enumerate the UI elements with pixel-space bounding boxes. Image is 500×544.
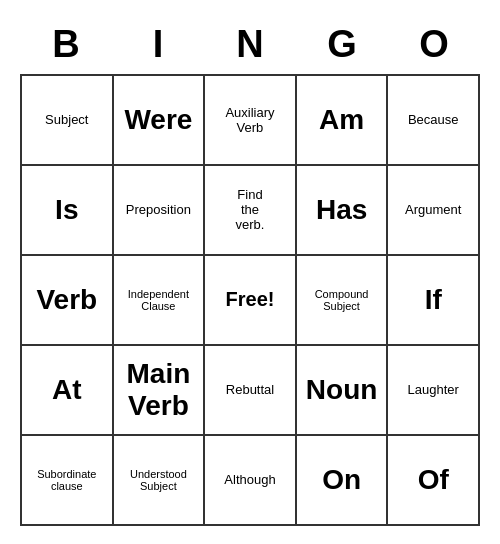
bingo-card: BINGO SubjectWereAuxiliaryVerbAmBecauseI…	[10, 9, 490, 536]
cell-label: Am	[319, 104, 364, 136]
bingo-cell: Of	[388, 436, 480, 526]
cell-label: Laughter	[408, 382, 459, 397]
bingo-cell: Am	[297, 76, 389, 166]
bingo-cell: Argument	[388, 166, 480, 256]
cell-label: MainVerb	[127, 358, 191, 422]
bingo-cell: Free!	[205, 256, 297, 346]
cell-label: If	[425, 284, 442, 316]
cell-label: Has	[316, 194, 367, 226]
cell-label: IndependentClause	[128, 288, 189, 312]
header-letter: B	[20, 19, 112, 70]
cell-label: On	[322, 464, 361, 496]
bingo-cell: UnderstoodSubject	[114, 436, 206, 526]
bingo-cell: Findtheverb.	[205, 166, 297, 256]
cell-label: Preposition	[126, 202, 191, 217]
bingo-cell: Subject	[22, 76, 114, 166]
bingo-cell: Noun	[297, 346, 389, 436]
bingo-cell: Rebuttal	[205, 346, 297, 436]
cell-label: Argument	[405, 202, 461, 217]
bingo-grid: SubjectWereAuxiliaryVerbAmBecauseIsPrepo…	[20, 74, 480, 526]
cell-label: Although	[224, 472, 275, 487]
cell-label: Subject	[45, 112, 88, 127]
cell-label: At	[52, 374, 82, 406]
bingo-cell: Verb	[22, 256, 114, 346]
cell-label: Subordinateclause	[37, 468, 96, 492]
header-letter: I	[112, 19, 204, 70]
cell-label: CompoundSubject	[315, 288, 369, 312]
bingo-cell: Were	[114, 76, 206, 166]
cell-label: Free!	[226, 288, 275, 311]
cell-label: Because	[408, 112, 459, 127]
bingo-cell: IndependentClause	[114, 256, 206, 346]
bingo-cell: MainVerb	[114, 346, 206, 436]
cell-label: Rebuttal	[226, 382, 274, 397]
bingo-cell: Because	[388, 76, 480, 166]
header-letter: O	[388, 19, 480, 70]
header-letter: G	[296, 19, 388, 70]
cell-label: Were	[124, 104, 192, 136]
cell-label: Noun	[306, 374, 378, 406]
bingo-cell: On	[297, 436, 389, 526]
header-letter: N	[204, 19, 296, 70]
cell-label: AuxiliaryVerb	[225, 105, 274, 135]
bingo-header: BINGO	[20, 19, 480, 70]
bingo-cell: Preposition	[114, 166, 206, 256]
cell-label: Of	[418, 464, 449, 496]
bingo-cell: Has	[297, 166, 389, 256]
bingo-cell: Laughter	[388, 346, 480, 436]
bingo-cell: Is	[22, 166, 114, 256]
bingo-cell: If	[388, 256, 480, 346]
cell-label: Findtheverb.	[236, 187, 265, 232]
bingo-cell: At	[22, 346, 114, 436]
cell-label: Is	[55, 194, 78, 226]
bingo-cell: Although	[205, 436, 297, 526]
cell-label: Verb	[36, 284, 97, 316]
bingo-cell: AuxiliaryVerb	[205, 76, 297, 166]
cell-label: UnderstoodSubject	[130, 468, 187, 492]
bingo-cell: CompoundSubject	[297, 256, 389, 346]
bingo-cell: Subordinateclause	[22, 436, 114, 526]
